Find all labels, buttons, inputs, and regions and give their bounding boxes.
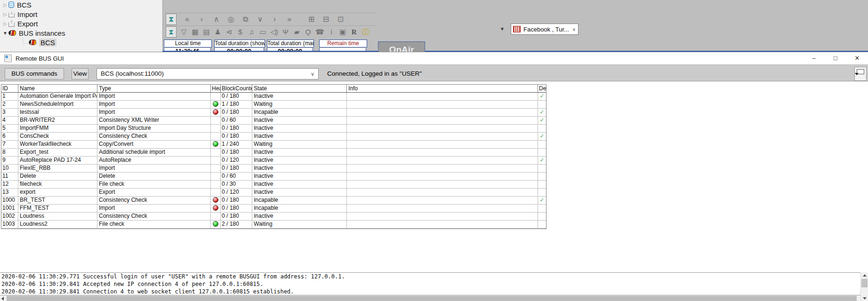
cell-info	[347, 181, 538, 188]
table-column-header[interactable]: Hea	[211, 85, 221, 92]
step-forward-icon[interactable]: ›	[271, 14, 279, 24]
view-button[interactable]: View	[72, 68, 88, 79]
table-row[interactable]: 8 Export_test Additional schedule import…	[1, 149, 546, 157]
table-column-header[interactable]: Type	[97, 85, 211, 92]
cell-state: Incapable	[252, 197, 347, 204]
tree-item-label: Import	[17, 10, 38, 18]
tree-item-bcs-database[interactable]: BCS	[0, 0, 162, 9]
maximize-button[interactable]: □	[825, 52, 846, 64]
check-icon: ✓	[539, 109, 544, 115]
table-column-header[interactable]: Name	[18, 85, 97, 92]
scroll-left-icon[interactable]	[1, 297, 4, 301]
step-back-icon[interactable]: ‹	[198, 14, 206, 24]
scrollbar-thumb[interactable]	[861, 279, 868, 287]
channel-menu-arrow-icon[interactable]: ▼	[498, 26, 506, 33]
monitor-remove-icon[interactable]: ⊟	[322, 14, 330, 24]
chevron-down-icon: ∨	[572, 27, 576, 32]
tree-expander-icon[interactable]	[2, 12, 8, 17]
table-row[interactable]: 10 FlexIE_RBB Import 0 / 180 Inactive ✓	[1, 165, 546, 173]
table-row[interactable]: 13 export Export 0 / 120 Inactive ✓	[1, 189, 546, 197]
health-led-icon	[213, 205, 218, 211]
jump-first-icon[interactable]: «	[183, 14, 191, 24]
log-vertical-scrollbar[interactable]	[860, 272, 868, 301]
clapperboard-icon[interactable]: ▰	[293, 27, 301, 37]
cell-state: Incapable	[252, 109, 347, 116]
bus-instance-icon	[29, 40, 36, 45]
table-row[interactable]: 3 testssal Import 0 / 180 Incapable ✓	[1, 109, 546, 117]
presenters-icon[interactable]: ♟	[214, 27, 222, 37]
cell-id: 1003	[1, 221, 18, 228]
cell-type: Import	[97, 101, 211, 108]
cell-blockcounter: 0 / 120	[221, 157, 252, 164]
cell-id: 10	[1, 165, 18, 172]
window-titlebar[interactable]: Remote BUS GUI – □ ✕	[0, 52, 868, 64]
cell-del: ✓	[538, 181, 546, 188]
megaphone-icon[interactable]: ⊲	[225, 27, 233, 37]
cell-health	[211, 117, 221, 124]
serif-r-icon[interactable]: R	[350, 27, 358, 37]
table-row[interactable]: 2 NewsScheduleImport Import 1 / 180 Wait…	[1, 101, 546, 109]
chevron-down-icon: ∨	[311, 69, 314, 79]
horizontal-scrollbar[interactable]	[0, 295, 860, 301]
table-row[interactable]: 1000 BR_TEST Consistency Check 0 / 180 I…	[1, 197, 546, 205]
connection-select[interactable]: BCS (localhost:11000) ∨	[96, 68, 319, 79]
table-row[interactable]: 9 AutoReplace PAD 17-24 AutoReplace 0 / …	[1, 157, 546, 165]
jump-last-icon[interactable]: »	[285, 14, 293, 24]
cell-del: ✓	[538, 221, 546, 228]
table-column-header[interactable]: Info	[347, 85, 538, 92]
minimize-button[interactable]: –	[803, 52, 825, 64]
monitor-grid-icon[interactable]: ⊡	[337, 14, 345, 24]
move-up-icon[interactable]: ∧	[212, 14, 220, 24]
tree-item-export[interactable]: Export	[0, 19, 162, 28]
cell-del: ✓	[538, 157, 546, 164]
scroll-down-icon[interactable]	[863, 297, 867, 300]
table-column-header[interactable]: BlockCounter	[221, 85, 252, 92]
copy-day-icon[interactable]: ⧉	[241, 14, 249, 24]
table-row[interactable]: 12 filecheck File check 0 / 30 Inactive …	[1, 181, 546, 189]
table-row[interactable]: 7 WorkerTaskfilecheck Copy/Convert 1 / 2…	[1, 141, 546, 149]
table-row[interactable]: 6 ConsCheck Consistency Check 0 / 180 In…	[1, 133, 546, 141]
monitor-icon[interactable]: ▭	[259, 27, 267, 37]
table-column-header[interactable]: State	[252, 85, 347, 92]
microphone-icon[interactable]: Ϙ	[304, 27, 312, 37]
cell-blockcounter: 0 / 180	[221, 197, 252, 204]
monitor-add-icon[interactable]: ⊞	[307, 14, 315, 24]
screen-selector-button[interactable]	[854, 67, 867, 81]
info-icon[interactable]: i	[328, 27, 336, 37]
tree-item-bcs-instance[interactable]: BCS	[0, 38, 162, 47]
speaker-icon[interactable]: ◁)	[270, 27, 278, 37]
scroll-up-icon[interactable]	[863, 274, 867, 277]
table-row[interactable]: 11 Delete Delete 0 / 60 Inactive ✓	[1, 173, 546, 181]
script-document-icon[interactable]: ▤	[202, 27, 210, 37]
channel-select[interactable]: Facebook , Tur... ∨	[511, 24, 579, 35]
filter-icon[interactable]: ▽	[180, 27, 188, 37]
tree-expander-icon[interactable]	[2, 31, 8, 36]
table-row[interactable]: 4 BR-WRITER2 Consistency XML Writer 0 / …	[1, 117, 546, 125]
cell-info	[347, 213, 538, 220]
table-column-header[interactable]: Del	[538, 85, 546, 92]
music-icon[interactable]: ♫	[248, 27, 256, 37]
bus-commands-button[interactable]: BUS commands	[5, 68, 64, 79]
record-target-icon[interactable]: ◎	[227, 14, 235, 24]
money-icon[interactable]: $	[236, 27, 244, 37]
table-column-header[interactable]: ID	[1, 85, 18, 92]
table-row[interactable]: 1001 FFM_TEST Import 0 / 180 Incapable ✓	[1, 205, 546, 213]
web-feed-icon[interactable]: ▣	[339, 27, 347, 37]
tasks-hourglass-icon[interactable]: ⧗	[166, 26, 177, 38]
tree-item-bus-instances[interactable]: BUS instances	[0, 28, 162, 38]
mic-stand-icon[interactable]: Ψ	[281, 27, 289, 37]
tree-expander-icon[interactable]	[2, 21, 8, 26]
circled-info-icon[interactable]: ⓘ	[362, 27, 370, 37]
move-down-icon[interactable]: ∨	[256, 14, 264, 24]
table-row[interactable]: 5 ImportFMM Import Day Structure 0 / 180…	[1, 125, 546, 133]
rundown-grid-icon[interactable]: ▦	[191, 27, 199, 37]
table-row[interactable]: 1003 Loudness2 File check 2 / 180 Waitin…	[1, 221, 546, 229]
phone-icon[interactable]: ☎	[315, 27, 324, 37]
table-row[interactable]: 1 Automation Generale Import PAD 17 Impo…	[1, 93, 546, 101]
tasks-hourglass-icon[interactable]: ⧗	[166, 14, 177, 25]
scrollbar-thumb[interactable]	[7, 296, 857, 301]
table-row[interactable]: 1002 Loudness Consistency Check 0 / 180 …	[1, 213, 546, 221]
tree-item-import[interactable]: Import	[0, 9, 162, 19]
tree-expander-icon[interactable]	[2, 2, 8, 8]
close-button[interactable]: ✕	[846, 52, 868, 64]
